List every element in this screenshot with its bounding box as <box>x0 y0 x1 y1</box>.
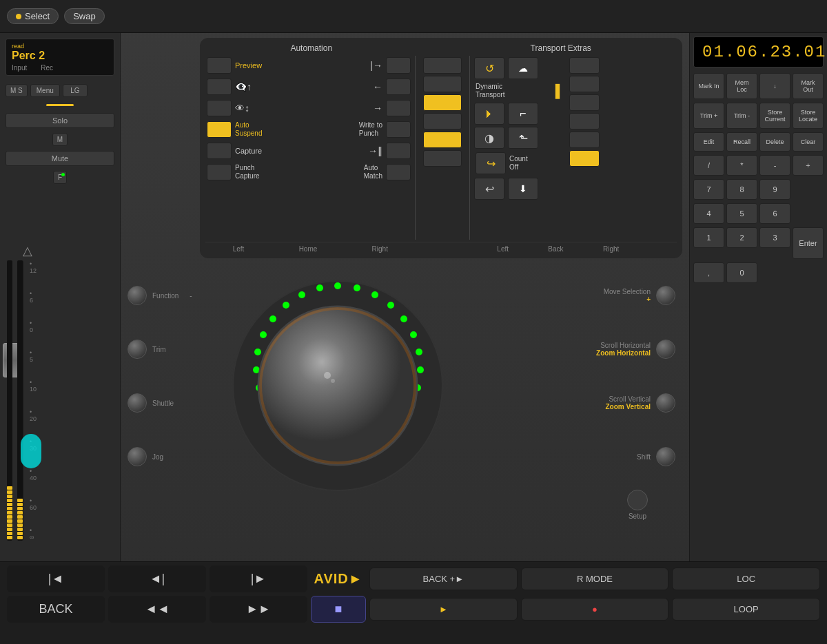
comma-btn[interactable]: , <box>693 262 724 283</box>
back-btn[interactable]: BACK <box>7 596 105 623</box>
scroll-v-knob[interactable] <box>656 393 675 413</box>
mark-in-btn[interactable]: Mark In <box>693 73 724 99</box>
mid-btn-2[interactable] <box>423 76 462 92</box>
edit-btn[interactable]: Edit <box>693 132 724 152</box>
auto-btn-2[interactable] <box>386 57 411 74</box>
cloud-icon-btn[interactable]: ☁ <box>508 57 538 79</box>
mark-out-btn[interactable]: Mark Out <box>793 73 824 99</box>
panel-titles: Automation Transport Extras <box>205 43 677 56</box>
f-button[interactable]: F <box>53 171 67 184</box>
down-btn[interactable]: ↓ <box>759 73 790 99</box>
rew-btn[interactable]: ◄◄ <box>108 596 206 623</box>
tr-btn-5[interactable] <box>569 132 600 148</box>
loop-icon-btn[interactable]: ↺ <box>474 57 504 79</box>
menu-button[interactable]: Menu <box>30 84 60 97</box>
four-btn[interactable]: 4 <box>693 203 724 224</box>
play-start-icon-btn[interactable]: ⏵ <box>474 103 504 125</box>
trim-knob-label: Trim <box>152 346 166 353</box>
te-row-3: ⏵ ⌐ <box>474 103 561 125</box>
store-locate-btn[interactable]: Store Locate <box>793 103 824 129</box>
slash-btn[interactable]: / <box>693 155 724 176</box>
auto-btn-4[interactable] <box>386 79 411 95</box>
auto-btn-12[interactable] <box>386 164 411 180</box>
shuttle-knob[interactable] <box>127 393 147 413</box>
ffwd-btn[interactable]: ►► <box>210 596 307 623</box>
auto-btn-11[interactable] <box>207 164 232 180</box>
asterisk-btn[interactable]: * <box>726 155 757 176</box>
auto-btn-3[interactable] <box>207 79 232 95</box>
six-btn[interactable]: 6 <box>759 203 790 224</box>
rec-btn[interactable]: ● <box>521 598 669 621</box>
function-knob[interactable] <box>127 286 147 305</box>
swoop-icon-btn[interactable]: ⬑ <box>508 127 538 149</box>
plus-btn[interactable]: + <box>793 155 824 176</box>
mid-btn-4[interactable] <box>423 113 462 129</box>
seven-btn[interactable]: 7 <box>693 179 724 200</box>
scroll-h-knob[interactable] <box>656 340 675 359</box>
download-icon-btn[interactable]: ⬇ <box>508 178 538 200</box>
one-btn[interactable]: 1 <box>693 227 724 248</box>
m-button[interactable]: M <box>52 133 68 146</box>
move-selection-knob[interactable] <box>656 286 675 305</box>
svg-point-5 <box>400 315 407 322</box>
auto-btn-1[interactable] <box>207 57 232 74</box>
trim-plus-btn[interactable]: Trim + <box>693 103 724 129</box>
back-plus-btn[interactable]: BACK +► <box>369 568 518 590</box>
play-btn[interactable]: ► <box>369 598 518 621</box>
auto-btn-9[interactable] <box>207 143 232 159</box>
hook-icon-btn[interactable]: ⌐ <box>508 103 538 125</box>
eight-btn[interactable]: 8 <box>726 179 757 200</box>
trim-knob[interactable] <box>127 340 147 359</box>
auto-btn-10[interactable] <box>386 143 411 159</box>
tr-btn-4[interactable] <box>569 113 600 129</box>
auto-btn-5[interactable] <box>207 100 232 116</box>
mem-loc-btn[interactable]: Mem Loc <box>726 73 757 99</box>
r-mode-btn[interactable]: R MODE <box>521 568 669 590</box>
rt-start-btn[interactable]: |◄ <box>7 565 105 592</box>
next-btn[interactable]: |► <box>210 565 307 592</box>
mid-btn-1[interactable] <box>423 57 462 74</box>
jog-wheel[interactable] <box>231 279 445 492</box>
delete-btn[interactable]: Delete <box>759 132 790 152</box>
tr-btn-3[interactable] <box>569 94 600 111</box>
loop-btn[interactable]: LOOP <box>672 598 820 621</box>
back-icon-btn[interactable]: ↩ <box>474 178 504 200</box>
stop-btn[interactable]: ■ <box>311 596 366 623</box>
loc-btn[interactable]: LOC <box>672 568 820 590</box>
three-btn[interactable]: 3 <box>759 227 790 248</box>
tr-btn-6[interactable] <box>569 150 600 167</box>
two-btn[interactable]: 2 <box>726 227 757 248</box>
shift-knob[interactable] <box>656 447 675 466</box>
mid-btn-6[interactable] <box>423 150 462 167</box>
tr-btn-2[interactable] <box>569 76 600 92</box>
auto-btn-8[interactable] <box>386 121 411 138</box>
auto-btn-6[interactable] <box>386 100 411 116</box>
mute-button[interactable]: Mute <box>6 151 114 166</box>
setup-btn[interactable]: Setup <box>627 490 648 520</box>
forward-icon-btn[interactable]: ↪ <box>476 152 506 174</box>
auto-btn-7[interactable] <box>207 121 232 138</box>
pie-icon-btn[interactable]: ◑ <box>474 127 504 149</box>
mid-btn-5[interactable] <box>423 132 462 148</box>
minus-btn[interactable]: - <box>759 155 790 176</box>
nine-btn[interactable]: 9 <box>759 179 790 200</box>
solo-button[interactable]: Solo <box>6 113 114 128</box>
ms-button[interactable]: M S <box>6 84 28 97</box>
select-button[interactable]: Select <box>7 8 59 24</box>
svg-point-1 <box>334 282 341 289</box>
automation-title: Automation <box>205 43 417 56</box>
tr-btn-1[interactable] <box>569 57 600 74</box>
prev-btn[interactable]: ◄| <box>108 565 206 592</box>
enter-btn[interactable]: Enter <box>793 227 824 259</box>
store-current-btn[interactable]: Store Current <box>759 103 790 129</box>
clear-btn[interactable]: Clear <box>793 132 824 152</box>
zero-btn[interactable]: 0 <box>726 262 757 283</box>
lg-button[interactable]: LG <box>63 84 88 97</box>
jog-knob[interactable] <box>127 447 147 466</box>
five-btn[interactable]: 5 <box>726 203 757 224</box>
recall-btn[interactable]: Recall <box>726 132 757 152</box>
trim-minus-btn[interactable]: Trim - <box>726 103 757 129</box>
track-rec-label: Rec <box>41 64 53 72</box>
swap-button[interactable]: Swap <box>64 8 105 24</box>
mid-btn-3[interactable] <box>423 94 462 111</box>
